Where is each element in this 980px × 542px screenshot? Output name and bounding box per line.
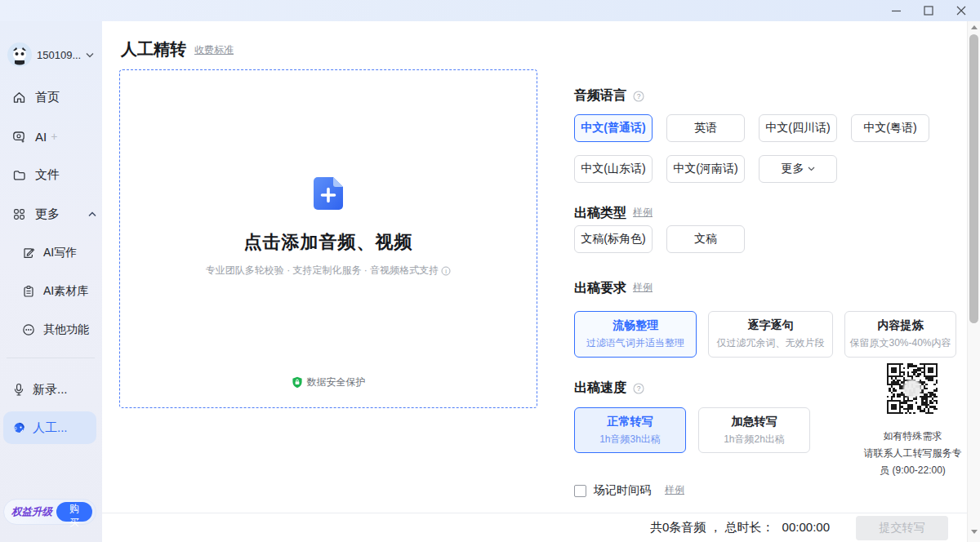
timecode-label: 场记时间码 [594,483,651,498]
more-languages-label: 更多 [782,162,804,176]
sidebar-item-label: AI素材库 [43,284,88,299]
maximize-button[interactable] [923,5,934,16]
vertical-scrollbar[interactable] [967,21,980,542]
contact-line: 请联系人工转写服务专 [849,445,976,462]
sidebar-item-files[interactable]: 文件 [12,166,60,184]
upload-subtext-label: 专业团队多轮校验 · 支持定制化服务 · 音视频格式支持 [206,264,439,278]
avatar [7,42,32,67]
timecode-checkbox[interactable] [574,485,586,497]
scrollbar-thumb[interactable] [969,34,978,323]
sidebar-item-other-features[interactable]: 其他功能 [22,322,89,338]
sidebar-item-label: 其他功能 [43,322,89,337]
upload-dropzone[interactable]: 点击添加音频、视频 专业团队多轮校验 · 支持定制化服务 · 音视频格式支持 i… [119,69,537,408]
lang-chip-more[interactable]: 更多 [759,155,837,183]
speed-chip-urgent[interactable]: 加急转写 1h音频2h出稿 [698,407,810,453]
options-panel: 音频语言 ? 中文(普通话) 英语 中文(四川话) 中文(粤语) 中文(山东话)… [572,21,960,513]
req-chip-verbatim[interactable]: 逐字逐句 仅过滤冗余词、无效片段 [708,311,833,358]
contact-line: 员 (9:00-22:00) [849,462,976,479]
section-doc-type: 出稿类型 样例 [574,206,653,220]
more-grid-icon [12,207,26,221]
sidebar-item-new-recording[interactable]: 新录... [12,380,68,398]
sidebar-item-ai-library[interactable]: AI素材库 [22,283,88,300]
upgrade-label: 权益升级 [11,505,52,519]
chip-title: 内容提炼 [878,318,924,333]
data-security-note: 数据安全保护 [120,375,537,389]
close-button[interactable] [956,5,967,16]
plus-suffix: + [51,130,57,143]
upgrade-banner[interactable]: 权益升级 购买 [3,499,96,525]
qr-code [887,363,938,414]
audio-summary: 共0条音频 ， 总时长：00:00:00 [650,520,830,535]
add-file-icon [310,175,347,212]
account-switcher[interactable]: 150109... [7,42,94,67]
buy-button[interactable]: 购买 [56,502,92,522]
requirement-options: 流畅整理 过滤语气词并适当整理 逐字逐句 仅过滤冗余词、无效片段 内容提炼 保留… [574,311,956,358]
sidebar-item-label: AI [35,130,47,144]
sidebar-item-label: AI写作 [43,246,77,260]
sidebar-item-label: 更多 [35,207,60,222]
sidebar: 150109... 首页 AI + [0,21,102,542]
user-name: 150109... [37,49,81,61]
files-icon [12,168,26,182]
chip-title: 逐字逐句 [748,318,794,333]
chip-desc: 1h音频2h出稿 [724,433,785,446]
chevron-up-icon [88,211,96,217]
submit-transcription-button[interactable]: 提交转写 [856,516,948,540]
sidebar-item-ai[interactable]: AI + [12,127,57,145]
main-content: 人工精转 收费标准 点击添加音频、视频 专业团队多轮校验 · 支持定制化服务 ·… [102,21,967,513]
sidebar-item-human-transcription[interactable]: 人工... [3,411,96,444]
help-icon[interactable]: ? [633,91,644,103]
doc-type-options: 文稿(标角色) 文稿 [574,225,745,253]
doctype-chip-roles[interactable]: 文稿(标角色) [574,225,653,253]
section-audio-language: 音频语言 ? [574,88,644,103]
fee-standard-link[interactable]: 收费标准 [194,43,234,59]
sidebar-item-label: 新录... [33,382,68,398]
sidebar-item-ai-writing[interactable]: AI写作 [22,245,77,261]
language-options-row-1: 中文(普通话) 英语 中文(四川话) 中文(粤语) [574,114,929,142]
page-header: 人工精转 收费标准 [121,39,234,59]
window-controls [890,0,967,21]
section-title: 出稿速度 [574,380,626,395]
sidebar-divider [7,358,95,358]
sidebar-item-home[interactable]: 首页 [12,88,60,106]
svg-text:i: i [445,267,447,274]
lang-chip-mandarin[interactable]: 中文(普通话) [574,114,653,142]
app-window: 150109... 首页 AI + [0,0,980,542]
lang-chip-henan[interactable]: 中文(河南话) [666,155,745,183]
qr-privacy-blur [903,380,921,398]
lang-chip-cantonese[interactable]: 中文(粤语) [851,114,929,142]
help-icon[interactable]: ? [633,383,644,395]
chevron-down-icon [86,52,94,58]
section-title: 出稿要求 [574,281,626,295]
contact-note: 如有特殊需求 请联系人工转写服务专 员 (9:00-22:00) [849,428,976,479]
doc-type-sample-link[interactable]: 样例 [633,206,653,220]
svg-text:?: ? [637,92,641,100]
page-title: 人工精转 [121,39,186,59]
security-label: 数据安全保护 [307,375,366,389]
svg-text:?: ? [637,384,641,393]
speed-options: 正常转写 1h音频3h出稿 加急转写 1h音频2h出稿 [574,407,810,453]
minimize-button[interactable] [890,5,902,16]
lang-chip-shandong[interactable]: 中文(山东话) [574,155,653,183]
lang-chip-english[interactable]: 英语 [666,114,745,142]
section-title: 音频语言 [574,88,626,103]
speed-chip-normal[interactable]: 正常转写 1h音频3h出稿 [574,407,686,453]
section-title: 出稿类型 [574,206,626,220]
sidebar-item-more[interactable]: 更多 [12,205,96,223]
language-options-row-2: 中文(山东话) 中文(河南话) 更多 [574,155,837,183]
req-chip-smooth[interactable]: 流畅整理 过滤语气词并适当整理 [574,311,697,358]
chip-desc: 仅过滤冗余词、无效片段 [717,336,825,350]
mic-icon [12,383,25,397]
doctype-chip-plain[interactable]: 文稿 [666,225,745,253]
req-chip-summarize[interactable]: 内容提炼 保留原文30%-40%内容 [844,311,956,358]
chip-desc: 保留原文30%-40%内容 [849,336,951,350]
scroll-down-arrow[interactable] [968,526,980,537]
ai-library-icon [22,285,35,298]
timecode-sample-link[interactable]: 样例 [665,483,684,498]
summary-label: 共0条音频 ， 总时长： [650,520,774,534]
sidebar-item-label: 人工... [33,420,68,436]
lang-chip-sichuan[interactable]: 中文(四川话) [759,114,837,142]
requirement-sample-link[interactable]: 样例 [633,281,653,295]
section-speed: 出稿速度 ? [574,380,644,395]
scroll-up-arrow[interactable] [968,21,980,33]
